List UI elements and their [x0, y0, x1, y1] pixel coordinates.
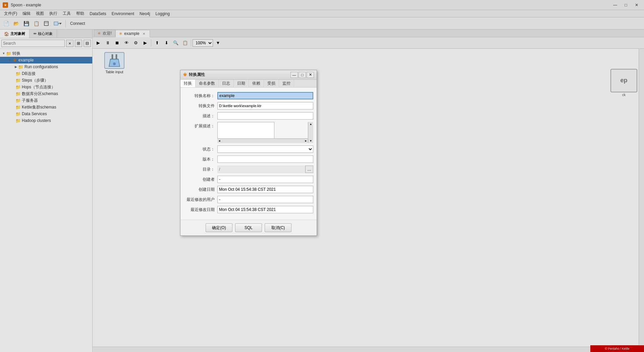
modal-tab-transform[interactable]: 转换 [180, 80, 196, 87]
cancel-button[interactable]: 取消(C) [265, 223, 291, 232]
created-by-input[interactable] [217, 176, 313, 183]
modal-tab-dependencies[interactable]: 依赖 [249, 80, 264, 87]
form-row-description: 描述： [184, 112, 313, 120]
modal-footer: 确定(O) SQL 取消(C) [180, 220, 317, 235]
modal-title-text: 转换属性 [189, 72, 205, 78]
modal-tab-named-params[interactable]: 命名参数 [196, 80, 219, 87]
modal-tab-monitoring[interactable]: 监控 [279, 80, 294, 87]
directory-browse-button[interactable]: … [305, 166, 313, 173]
form-row-status: 状态： [184, 145, 313, 153]
textarea-scroll-up[interactable]: ▲ [308, 122, 313, 126]
directory-label: 目录： [184, 167, 217, 172]
transform-name-input[interactable] [217, 92, 313, 99]
modal-maximize-button[interactable]: □ [299, 72, 306, 78]
modified-by-label: 最近修改的用户 [184, 197, 217, 203]
form-row-modified-by: 最近修改的用户 [184, 195, 313, 204]
transform-properties-dialog: ※ 转换属性 — □ ✕ 转换 命名参数 日志 日期 依赖 受损 监控 转换名称… [180, 70, 317, 236]
form-row-modified-date: 最近修改日期 [184, 206, 313, 214]
form-row-file: 转换文件 [184, 102, 313, 110]
modified-date-label: 最近修改日期 [184, 207, 217, 213]
textarea-scroll-down[interactable]: ▼ [308, 139, 313, 143]
form-row-version: 版本： [184, 155, 313, 163]
modal-tab-date[interactable]: 日期 [234, 80, 249, 87]
textarea-scroll-left[interactable]: ◄ [217, 139, 221, 143]
transform-name-label: 转换名称： [184, 93, 217, 99]
textarea-scroll-right[interactable]: ► [304, 139, 308, 143]
form-row-created-by: 创建者 [184, 175, 313, 183]
form-row-extended-desc: 扩展描述： ▲ ▼ ◄ ► [184, 122, 313, 143]
sql-button[interactable]: SQL [235, 223, 262, 232]
ok-button[interactable]: 确定(O) [206, 223, 232, 232]
form-row-created-date: 创建日期 [184, 185, 313, 193]
transform-file-input[interactable] [217, 102, 313, 109]
status-label: 状态： [184, 146, 217, 152]
modal-tab-log[interactable]: 日志 [219, 80, 234, 87]
created-date-label: 创建日期 [184, 187, 217, 192]
directory-input [217, 166, 305, 173]
form-row-directory: 目录： … [184, 165, 313, 173]
modal-overlay: ※ 转换属性 — □ ✕ 转换 命名参数 日志 日期 依赖 受损 监控 转换名称… [0, 0, 644, 352]
modal-form: 转换名称： 转换文件 描述： 扩展描述： ▲ ▼ [180, 88, 317, 220]
description-label: 描述： [184, 113, 217, 119]
description-input[interactable] [217, 112, 313, 120]
modified-by-input[interactable] [217, 196, 313, 203]
version-label: 版本： [184, 157, 217, 162]
modal-title-icon: ※ [183, 72, 187, 77]
created-by-label: 创建者 [184, 177, 217, 182]
status-select[interactable] [217, 145, 313, 153]
version-input[interactable] [217, 156, 313, 163]
modal-close-button[interactable]: ✕ [307, 72, 314, 78]
form-row-name: 转换名称： [184, 92, 313, 100]
modal-minimize-button[interactable]: — [290, 72, 298, 78]
modal-tab-damaged[interactable]: 受损 [264, 80, 279, 87]
modal-tab-row: 转换 命名参数 日志 日期 依赖 受损 监控 [180, 80, 317, 88]
modal-title-bar: ※ 转换属性 — □ ✕ [180, 70, 317, 80]
extended-desc-label: 扩展描述： [184, 122, 217, 129]
created-date-input[interactable] [217, 186, 313, 193]
modified-date-input[interactable] [217, 206, 313, 213]
transform-file-label: 转换文件 [184, 103, 217, 109]
